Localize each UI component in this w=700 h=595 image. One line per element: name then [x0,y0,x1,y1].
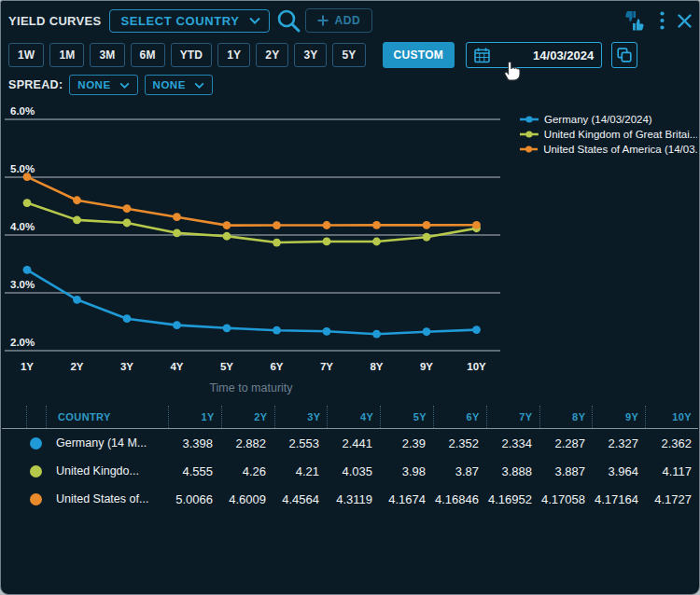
svg-text:3Y: 3Y [120,361,133,372]
legend-item[interactable]: Germany (14/03/2024) [520,114,697,125]
series-color-dot [26,457,45,485]
yield-curves-window: YIELD CURVES SELECT COUNTRY ADD [0,0,700,595]
table-header-10y[interactable]: 10Y [646,406,698,428]
page-title: YIELD CURVES [8,14,101,28]
svg-text:9Y: 9Y [420,361,433,372]
close-button[interactable] [678,14,692,28]
period-button-1y[interactable]: 1Y [217,43,250,67]
table-row[interactable]: United Kingdo...4.5554.264.214.0353.983.… [2,457,698,485]
date-input[interactable]: 14/03/2024 [466,42,602,68]
spread-bar: SPREAD: NONE NONE [8,73,213,97]
svg-text:6Y: 6Y [270,361,283,372]
table-header-country[interactable]: COUNTRY [47,406,169,428]
close-icon [678,14,692,28]
table-row[interactable]: United States of...5.00664.60094.45644.3… [2,485,698,513]
country-select-value: SELECT COUNTRY [120,14,239,28]
feedback-thumbs-icon [623,10,647,31]
svg-text:5Y: 5Y [220,361,233,372]
yield-value-cell: 4.17058 [539,485,592,513]
legend-marker-icon [520,115,539,124]
chevron-down-icon [119,82,130,89]
svg-text:4Y: 4Y [170,361,183,372]
table-header-9y[interactable]: 9Y [593,406,646,428]
yield-value-cell: 3.964 [592,457,645,485]
spread-select-1[interactable]: NONE [69,75,137,95]
period-button-ytd[interactable]: YTD [171,43,213,67]
period-toolbar: 1W1M3M6MYTD1Y2Y3Y5Y CUSTOM 14/03/2024 [8,42,692,68]
table-header-4y[interactable]: 4Y [328,406,381,428]
legend-label: United States of America (14/03... [543,144,697,155]
svg-text:1Y: 1Y [21,361,34,372]
country-name-cell: United States of... [45,485,166,513]
country-select[interactable]: SELECT COUNTRY [109,9,269,33]
yield-value-cell: 4.3119 [326,485,379,513]
svg-text:Time to maturity: Time to maturity [209,381,293,394]
calendar-icon [474,48,490,63]
custom-period-label: CUSTOM [394,48,444,62]
legend-item[interactable]: United Kingdom of Great Britai... [520,129,697,140]
chevron-down-icon [194,82,204,89]
more-options-button[interactable] [660,11,665,30]
plus-icon [317,15,329,26]
spread-select-2-value: NONE [153,79,186,90]
legend-marker-icon [520,145,538,154]
period-button-5y[interactable]: 5Y [332,43,365,67]
table-header-8y[interactable]: 8Y [540,406,594,428]
yield-value-cell: 3.887 [539,457,592,485]
period-button-3m[interactable]: 3M [90,43,124,67]
svg-text:7Y: 7Y [320,361,333,372]
period-button-2y[interactable]: 2Y [256,43,288,67]
yield-value-cell: 4.17164 [592,485,645,513]
feedback-button[interactable] [623,10,647,31]
yield-value-cell: 4.1727 [645,485,698,513]
search-button[interactable] [275,7,301,34]
table-header-2y[interactable]: 2Y [222,406,275,428]
period-button-3y[interactable]: 3Y [294,43,327,67]
spread-label: SPREAD: [8,78,63,91]
yield-value-cell: 2.553 [273,429,326,457]
yield-value-cell: 4.117 [645,457,698,485]
table-header-3y[interactable]: 3Y [275,406,329,428]
period-button-6m[interactable]: 6M [131,43,165,67]
spread-select-2[interactable]: NONE [145,75,213,95]
table-header-5y[interactable]: 5Y [381,406,434,428]
yield-value-cell: 2.352 [432,429,485,457]
yield-value-cell: 2.327 [592,429,645,457]
period-button-1m[interactable]: 1M [49,43,84,67]
yield-value-cell: 4.4564 [273,485,326,513]
title-bar: YIELD CURVES SELECT COUNTRY ADD [8,7,692,35]
copy-button[interactable] [611,42,637,68]
table-row[interactable]: Germany (14 M...3.3982.8822.5532.4412.39… [2,429,698,457]
yield-value-cell: 4.1674 [379,485,432,513]
svg-text:2.0%: 2.0% [10,337,35,348]
custom-period-button[interactable]: CUSTOM [383,42,455,68]
yield-value-cell: 4.21 [273,457,326,485]
row-spacer [2,485,26,513]
yield-value-cell: 2.882 [219,429,273,457]
period-button-group: 1W1M3M6MYTD1Y2Y3Y5Y [8,43,366,67]
svg-text:4.0%: 4.0% [10,221,35,232]
series-color-dot [26,429,45,457]
table-header-row: COUNTRY1Y2Y3Y4Y5Y6Y7Y8Y9Y10Y [2,406,698,429]
series-color-dot [26,485,45,513]
yield-value-cell: 3.888 [485,457,539,485]
search-icon [275,7,301,34]
period-button-1w[interactable]: 1W [8,43,44,67]
chart-legend: Germany (14/03/2024) United Kingdom of G… [520,114,697,155]
svg-text:5.0%: 5.0% [10,163,35,174]
legend-label: Germany (14/03/2024) [544,114,652,125]
legend-item[interactable]: United States of America (14/03... [520,144,697,155]
add-button[interactable]: ADD [305,8,373,33]
add-button-label: ADD [335,14,361,27]
table-header-6y[interactable]: 6Y [434,406,487,428]
table-header-1y[interactable]: 1Y [169,406,222,428]
yield-value-cell: 2.39 [379,429,432,457]
row-spacer [2,457,26,485]
yield-value-cell: 3.398 [166,429,219,457]
yield-value-cell: 2.334 [485,429,539,457]
legend-marker-icon [520,130,539,139]
svg-text:10Y: 10Y [467,361,486,372]
yield-value-cell: 4.6009 [219,485,273,513]
table-header-7y[interactable]: 7Y [487,406,540,428]
date-value: 14/03/2024 [490,48,594,62]
